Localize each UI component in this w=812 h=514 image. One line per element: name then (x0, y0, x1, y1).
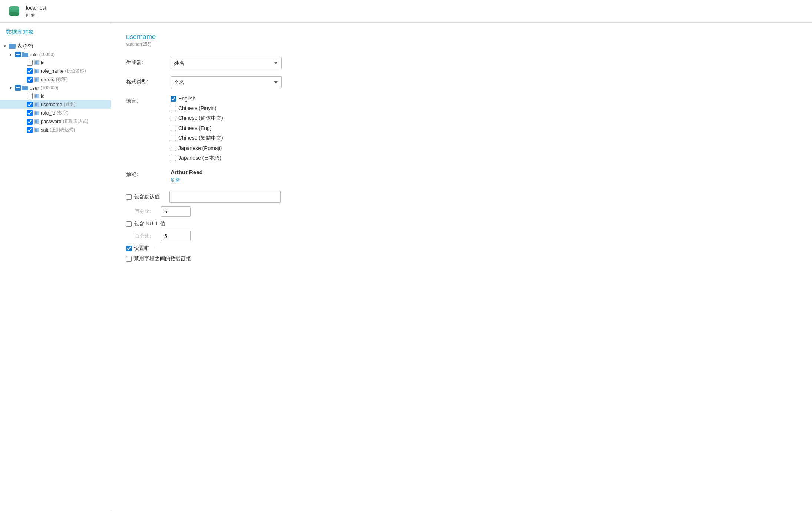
sidebar-title: 数据库对象 (0, 29, 111, 42)
role-name-label: role_name (41, 68, 63, 74)
lang-chinese-eng[interactable]: Chinese (Eng) (171, 125, 356, 131)
lang-chinese-traditional-checkbox[interactable] (171, 136, 176, 141)
field-type: varchar(255) (126, 42, 797, 47)
user-id-label: id (41, 93, 44, 99)
no-link-label: 禁用字段之间的数据链接 (134, 255, 191, 262)
lang-chinese-traditional[interactable]: Chinese (繁體中文) (171, 135, 356, 142)
preview-value: Arthur Reed (171, 169, 356, 175)
user-salt-col-icon (34, 127, 39, 133)
default-value-row: 包含默认值 (126, 191, 797, 203)
user-role-id-label: role_id (41, 110, 55, 116)
tree-tables-root[interactable]: ▼ 表 (2/2) (0, 42, 111, 50)
unique-label: 设置唯一 (134, 245, 155, 252)
svg-rect-9 (35, 61, 37, 64)
no-link-row: 禁用字段之间的数据链接 (126, 255, 797, 262)
lang-chinese-pinyin-label: Chinese (Pinyin) (178, 105, 217, 111)
refresh-button[interactable]: 刷新 (171, 177, 356, 183)
default-percent-row: 百分比: (135, 206, 797, 217)
user-username-col-icon (34, 102, 39, 107)
preview-row: 预览: Arthur Reed 刷新 (126, 169, 797, 183)
null-value-checkbox[interactable] (126, 221, 132, 227)
tree-user-salt[interactable]: salt (正则表达式) (0, 126, 111, 134)
role-id-checkbox[interactable] (27, 60, 33, 66)
tables-label: 表 (2/2) (17, 43, 33, 49)
null-percent-input[interactable] (161, 231, 191, 241)
svg-point-2 (9, 12, 19, 16)
main-layout: 数据库对象 ▼ 表 (2/2) ▼ (0, 23, 812, 511)
default-percent-label: 百分比: (135, 208, 157, 215)
tree-user-id[interactable]: id (0, 92, 111, 100)
role-label: role (30, 52, 38, 57)
role-folder-icon (22, 52, 28, 57)
user-count: (100000) (40, 85, 58, 90)
format-row: 格式类型: 全名 名字 姓氏 (126, 76, 797, 88)
database-name: juejin (26, 12, 46, 18)
header: localhost juejin (0, 0, 812, 23)
content-area: username varchar(255) 生成器: 姓名 名字 姓氏 格式类型… (111, 23, 812, 511)
tree-user-username[interactable]: username (姓名) (0, 100, 111, 109)
lang-japanese-romaji[interactable]: Japanese (Romaji) (171, 145, 356, 151)
role-name-checkbox[interactable] (27, 68, 33, 74)
svg-rect-11 (35, 70, 37, 73)
user-salt-checkbox[interactable] (27, 127, 33, 133)
bottom-options: 包含默认值 百分比: 包含 NULL 值 百分比: 设置唯一 (126, 191, 797, 262)
role-orders-label: orders (41, 77, 55, 82)
role-orders-checkbox[interactable] (27, 77, 33, 83)
no-link-checkbox[interactable] (126, 256, 132, 262)
tree-role-orders[interactable]: orders (数字) (0, 75, 111, 84)
tree-role-id[interactable]: id (0, 59, 111, 67)
lang-japanese-romaji-checkbox[interactable] (171, 146, 176, 151)
user-username-meta: (姓名) (64, 101, 76, 107)
format-select[interactable]: 全名 名字 姓氏 (171, 76, 282, 88)
language-list: English Chinese (Pinyin) Chinese (简体中文) … (171, 96, 356, 162)
lang-english[interactable]: English (171, 96, 356, 102)
lang-japanese-checkbox[interactable] (171, 156, 176, 161)
user-role-id-checkbox[interactable] (27, 110, 33, 116)
lang-chinese-simplified[interactable]: Chinese (简体中文) (171, 115, 356, 122)
user-collapse-icon (15, 85, 21, 91)
generator-control: 姓名 名字 姓氏 (171, 57, 356, 69)
lang-chinese-pinyin-checkbox[interactable] (171, 106, 176, 111)
user-username-checkbox[interactable] (27, 102, 33, 107)
sidebar: 数据库对象 ▼ 表 (2/2) ▼ (0, 23, 111, 511)
lang-chinese-pinyin[interactable]: Chinese (Pinyin) (171, 105, 356, 111)
default-value-checkbox[interactable] (126, 194, 132, 200)
toggle-role[interactable]: ▼ (9, 53, 15, 57)
user-id-checkbox[interactable] (27, 93, 33, 99)
generator-select[interactable]: 姓名 名字 姓氏 (171, 57, 282, 69)
user-label: user (30, 85, 39, 91)
lang-chinese-eng-checkbox[interactable] (171, 126, 176, 131)
role-id-col-icon (34, 60, 39, 65)
header-text: localhost juejin (26, 4, 46, 18)
default-percent-input[interactable] (161, 206, 191, 217)
tree-role-name[interactable]: role_name (职位名称) (0, 67, 111, 75)
tree-user-password[interactable]: password (正则表达式) (0, 117, 111, 126)
role-count: (10000) (39, 52, 55, 57)
toggle-user[interactable]: ▼ (9, 86, 15, 90)
user-role-id-meta: (数字) (57, 110, 69, 116)
lang-english-checkbox[interactable] (171, 96, 176, 102)
user-password-col-icon (34, 119, 39, 124)
svg-rect-15 (22, 86, 24, 87)
tables-folder-icon (9, 43, 16, 49)
null-value-label: 包含 NULL 值 (134, 220, 165, 227)
user-password-checkbox[interactable] (27, 119, 33, 125)
user-salt-meta: (正则表达式) (50, 127, 75, 133)
null-percent-row: 百分比: (135, 231, 797, 241)
language-row: 语言: English Chinese (Pinyin) Chinese (简体… (126, 96, 797, 162)
server-name: localhost (26, 4, 46, 12)
unique-row: 设置唯一 (126, 245, 797, 252)
unique-checkbox[interactable] (126, 246, 132, 251)
user-id-col-icon (34, 93, 39, 99)
role-name-col-icon (34, 69, 39, 74)
lang-chinese-simplified-checkbox[interactable] (171, 116, 176, 121)
lang-japanese[interactable]: Japanese (日本語) (171, 155, 356, 162)
role-collapse-icon (15, 52, 21, 57)
toggle-tables[interactable]: ▼ (3, 44, 9, 48)
default-value-input[interactable] (169, 191, 281, 203)
svg-rect-13 (35, 78, 37, 81)
tree-user[interactable]: ▼ user (100000) (0, 84, 111, 92)
tree-user-role-id[interactable]: role_id (数字) (0, 109, 111, 117)
svg-rect-21 (35, 112, 37, 115)
tree-role[interactable]: ▼ role (10000) (0, 50, 111, 59)
